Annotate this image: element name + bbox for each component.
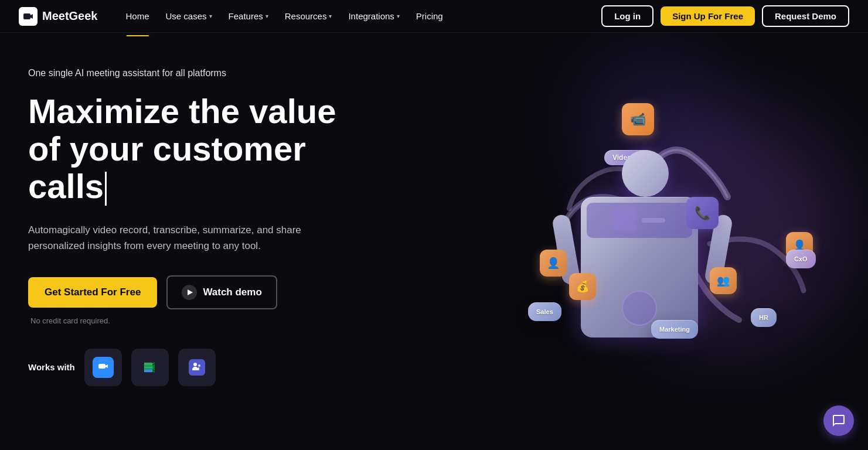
logo[interactable]: MeetGeek (19, 7, 98, 26)
nav-item-home[interactable]: Home (119, 6, 156, 26)
svg-rect-0 (23, 13, 30, 19)
works-with: Works with (28, 349, 363, 386)
navbar: MeetGeek Home Use cases ▾ Features ▾ Res… (0, 0, 868, 33)
nav-item-pricing[interactable]: Pricing (409, 6, 450, 26)
phone-icon-block: 📞 (686, 197, 719, 229)
watch-demo-label: Watch demo (203, 287, 261, 298)
nav-item-resources[interactable]: Resources ▾ (278, 6, 339, 26)
nav-item-label: Home (126, 11, 149, 21)
logo-icon (19, 7, 38, 26)
zoom-integration-icon[interactable] (84, 349, 122, 386)
login-button[interactable]: Log in (601, 5, 653, 27)
chevron-down-icon: ▾ (397, 13, 400, 19)
hero-visual: 📹 Video call 📞 👤 (423, 33, 868, 450)
chat-icon (832, 414, 846, 428)
nav-right: Log in Sign Up For Free Request Demo (601, 5, 849, 27)
nav-item-use-cases[interactable]: Use cases ▾ (159, 6, 219, 26)
dollar-icon-block: 💰 (569, 273, 596, 300)
hero-tagline: One single AI meeting assistant for all … (28, 68, 363, 79)
request-demo-button[interactable]: Request Demo (762, 5, 849, 27)
person-icon-block: 👤 (540, 250, 567, 277)
card-sales: Sales (528, 302, 561, 321)
hero-description: Automagically video record, transcribe, … (28, 222, 309, 254)
hero-actions: Get Started For Free Watch demo (28, 275, 363, 309)
nav-item-label: Use cases (166, 11, 207, 21)
cursor-blink (105, 172, 107, 206)
chevron-down-icon: ▾ (265, 13, 268, 19)
google-meet-logo (139, 357, 161, 378)
hero-heading-line1: Maximize the value (28, 92, 336, 130)
card-hr: HR (751, 308, 777, 327)
robot-body (581, 197, 698, 338)
card-cxo: CxO (786, 250, 816, 268)
nav-links: Home Use cases ▾ Features ▾ Resources ▾ … (119, 6, 450, 26)
nav-left: MeetGeek Home Use cases ▾ Features ▾ Res… (19, 6, 450, 26)
chevron-down-icon: ▾ (329, 13, 332, 19)
zoom-logo (93, 357, 114, 378)
hero-heading-line2: of your customer calls (28, 129, 306, 205)
hero-heading: Maximize the value of your customer call… (28, 93, 363, 206)
signup-button[interactable]: Sign Up For Free (661, 6, 755, 26)
camera-icon-block: 📹 (622, 103, 654, 135)
hero-content: One single AI meeting assistant for all … (0, 33, 363, 450)
hero-section: One single AI meeting assistant for all … (0, 33, 868, 450)
teams-integration-icon[interactable] (178, 349, 216, 386)
card-marketing: Marketing (651, 320, 698, 339)
no-credit-text: No credit card required. (28, 316, 363, 325)
chevron-down-icon: ▾ (209, 13, 212, 19)
google-meet-integration-icon[interactable] (131, 349, 169, 386)
nav-item-features[interactable]: Features ▾ (222, 6, 275, 26)
robot-head (622, 150, 669, 197)
robot-scene: 📹 Video call 📞 👤 (423, 33, 868, 450)
works-with-label: Works with (28, 362, 75, 372)
logo-text: MeetGeek (42, 9, 98, 23)
watch-demo-button[interactable]: Watch demo (166, 275, 277, 309)
nav-item-label: Resources (285, 11, 327, 21)
play-icon (182, 285, 197, 300)
nav-item-integrations[interactable]: Integrations ▾ (341, 6, 406, 26)
nav-item-label: Pricing (416, 11, 443, 21)
people-icon-block: 👥 (710, 267, 737, 294)
nav-item-label: Integrations (348, 11, 394, 21)
chat-button[interactable] (823, 405, 854, 436)
teams-logo (186, 357, 207, 378)
get-started-button[interactable]: Get Started For Free (28, 277, 157, 308)
nav-item-label: Features (229, 11, 263, 21)
play-triangle-icon (188, 289, 193, 295)
